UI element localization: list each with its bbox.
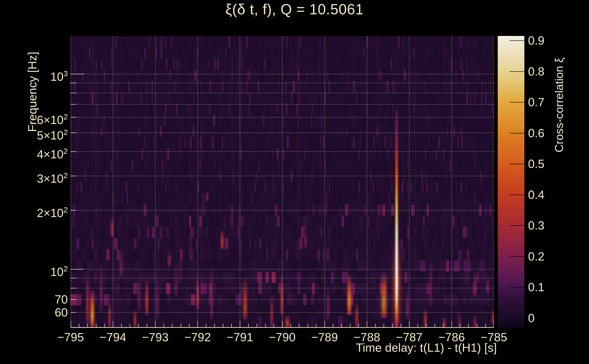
x-tick-label: −791	[222, 330, 258, 344]
x-tick-label: −795	[52, 330, 89, 344]
y-tick-label: 60	[13, 305, 68, 320]
x-tick-label: −794	[95, 330, 131, 344]
colorbar-tick-label: 0.3	[528, 218, 569, 233]
x-tick-label: −793	[137, 330, 173, 344]
colorbar-tick-label: 0.4	[528, 188, 569, 202]
qscan-figure: ξ(δ t, f), Q = 10.5061 Frequency [Hz] −7…	[0, 0, 589, 364]
colorbar-tick-label: 0.5	[528, 156, 569, 171]
x-tick-label: −792	[179, 330, 216, 344]
x-axis-title: Time delay: t(L1) - t(H1) [s]	[269, 341, 497, 354]
y-tick-label: 102	[13, 262, 68, 276]
y-tick-label: 2×102	[13, 203, 68, 217]
colorbar-tick-label: 0.2	[528, 249, 569, 264]
colorbar-title: Cross-correlation ξ	[553, 34, 568, 152]
colorbar-tick-label: 0	[528, 311, 569, 325]
y-tick-label: 6×102	[13, 110, 68, 124]
y-tick-label: 4×102	[13, 144, 68, 159]
spectrogram-heatmap	[71, 36, 494, 328]
y-tick-label: 70	[13, 292, 68, 307]
colorbar	[498, 36, 524, 328]
page-title: ξ(δ t, f), Q = 10.5061	[0, 1, 589, 18]
y-tick-label: 103	[13, 67, 68, 81]
colorbar-tick-label: 0.1	[528, 280, 569, 294]
y-tick-label: 3×102	[13, 169, 68, 183]
y-tick-label: 5×102	[13, 125, 68, 140]
